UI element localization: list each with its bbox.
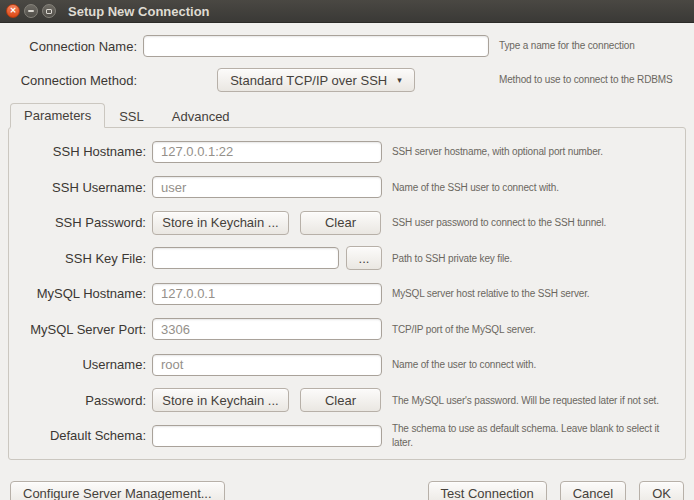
window-close-button[interactable]: ✕ — [6, 4, 20, 18]
ssh-hostname-input[interactable] — [152, 141, 382, 163]
connection-name-hint: Type a name for the connection — [499, 39, 684, 53]
ssh-password-label: SSH Password: — [9, 215, 146, 230]
chevron-down-icon: ▾ — [397, 76, 402, 85]
ssh-username-row: SSH Username: Name of the SSH user to co… — [9, 170, 685, 206]
ssh-hostname-label: SSH Hostname: — [9, 144, 146, 159]
parameters-panel: SSH Hostname: SSH server hostname, with … — [8, 127, 686, 460]
cancel-button[interactable]: Cancel — [560, 481, 626, 500]
connection-method-label: Connection Method: — [10, 73, 137, 88]
connection-name-label: Connection Name: — [10, 39, 137, 54]
mysql-hostname-hint: MySQL server host relative to the SSH se… — [392, 287, 685, 301]
connection-method-value: Standard TCP/IP over SSH — [230, 73, 387, 88]
password-row: Password: Store in Keychain ... Clear Th… — [9, 383, 685, 419]
connection-name-row: Connection Name: Type a name for the con… — [10, 35, 684, 57]
tab-advanced[interactable]: Advanced — [158, 104, 244, 128]
ssh-username-label: SSH Username: — [9, 180, 146, 195]
connection-name-input[interactable] — [143, 35, 489, 57]
mysql-hostname-row: MySQL Hostname: MySQL server host relati… — [9, 276, 685, 312]
minimize-icon — [28, 10, 34, 12]
ssh-password-store-keychain-button[interactable]: Store in Keychain ... — [152, 211, 289, 235]
ssh-key-file-hint: Path to SSH private key file. — [392, 252, 685, 266]
ssh-password-clear-button[interactable]: Clear — [300, 211, 381, 235]
password-store-keychain-button[interactable]: Store in Keychain ... — [152, 388, 289, 412]
mysql-server-port-input[interactable] — [152, 318, 382, 340]
footer: Configure Server Management... Test Conn… — [0, 481, 694, 500]
mysql-server-port-row: MySQL Server Port: TCP/IP port of the My… — [9, 312, 685, 348]
connection-method-hint: Method to use to connect to the RDBMS — [499, 73, 684, 87]
window-title: Setup New Connection — [68, 4, 210, 19]
ssh-username-input[interactable] — [152, 176, 382, 198]
titlebar: ✕ Setup New Connection — [0, 0, 694, 23]
default-schema-hint: The schema to use as default schema. Lea… — [392, 422, 685, 449]
mysql-server-port-hint: TCP/IP port of the MySQL server. — [392, 323, 685, 337]
username-hint: Name of the user to connect with. — [392, 358, 685, 372]
close-icon: ✕ — [10, 7, 17, 15]
password-clear-button[interactable]: Clear — [300, 388, 381, 412]
window-maximize-button[interactable] — [42, 4, 56, 18]
password-hint: The MySQL user's password. Will be reque… — [392, 394, 685, 408]
configure-server-management-button[interactable]: Configure Server Management... — [10, 481, 225, 500]
mysql-hostname-input[interactable] — [152, 283, 382, 305]
ssh-password-hint: SSH user password to connect to the SSH … — [392, 216, 685, 230]
mysql-server-port-label: MySQL Server Port: — [9, 322, 146, 337]
connection-method-dropdown[interactable]: Standard TCP/IP over SSH ▾ — [217, 68, 415, 92]
tab-bar: Parameters SSL Advanced — [0, 103, 694, 127]
ssh-username-hint: Name of the SSH user to connect with. — [392, 181, 685, 195]
ssh-key-file-label: SSH Key File: — [9, 251, 146, 266]
ssh-hostname-row: SSH Hostname: SSH server hostname, with … — [9, 134, 685, 170]
default-schema-row: Default Schema: The schema to use as def… — [9, 418, 685, 454]
username-input[interactable] — [152, 354, 382, 376]
window-minimize-button[interactable] — [24, 4, 38, 18]
test-connection-button[interactable]: Test Connection — [428, 481, 547, 500]
default-schema-label: Default Schema: — [9, 428, 146, 443]
default-schema-input[interactable] — [152, 425, 382, 447]
ssh-password-row: SSH Password: Store in Keychain ... Clea… — [9, 205, 685, 241]
ssh-key-file-input[interactable] — [152, 247, 339, 269]
username-label: Username: — [9, 357, 146, 372]
header-form: Connection Name: Type a name for the con… — [0, 23, 694, 92]
tab-ssl[interactable]: SSL — [105, 104, 158, 128]
ssh-key-file-row: SSH Key File: ... Path to SSH private ke… — [9, 241, 685, 277]
connection-method-row: Connection Method: Standard TCP/IP over … — [10, 68, 684, 92]
password-label: Password: — [9, 393, 146, 408]
maximize-icon — [46, 9, 52, 14]
ok-button[interactable]: OK — [639, 481, 684, 500]
username-row: Username: Name of the user to connect wi… — [9, 347, 685, 383]
tab-parameters[interactable]: Parameters — [10, 103, 105, 128]
ssh-hostname-hint: SSH server hostname, with optional port … — [392, 145, 685, 159]
mysql-hostname-label: MySQL Hostname: — [9, 286, 146, 301]
ssh-key-file-browse-button[interactable]: ... — [346, 246, 382, 270]
